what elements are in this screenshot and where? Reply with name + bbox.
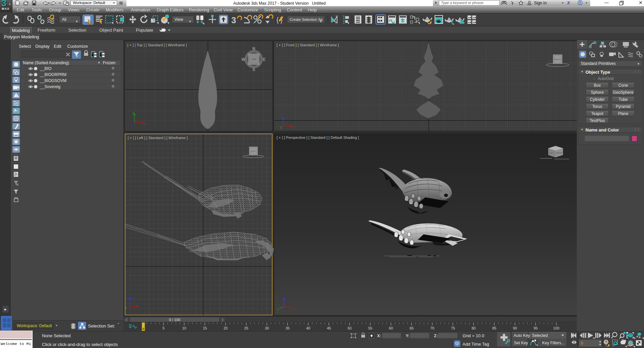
svg-text:y: y [132, 111, 134, 114]
svg-text:y: y [277, 307, 279, 311]
svg-text:TOP: TOP [251, 58, 256, 61]
svg-text:z: z [281, 114, 283, 118]
svg-text:N: N [252, 46, 255, 51]
svg-text:Add Time Tag: Add Time Tag [462, 342, 489, 347]
svg-text:X: X [567, 0, 570, 5]
svg-text:?: ? [579, 1, 581, 5]
svg-text:0: 0 [581, 341, 583, 346]
svg-text:X:: X: [377, 334, 381, 338]
svg-text:Type a keyword or phrase: Type a keyword or phrase [441, 1, 483, 5]
svg-text:55: 55 [368, 326, 372, 330]
svg-text:Sign In: Sign In [534, 1, 547, 5]
svg-text:20: 20 [224, 326, 228, 330]
svg-text:z: z [282, 295, 284, 299]
svg-text:40: 40 [306, 326, 310, 330]
svg-text:z: z [131, 122, 133, 125]
svg-text:Key Filters...: Key Filters... [542, 341, 565, 345]
svg-text:Set Key: Set Key [514, 341, 528, 345]
svg-text:30: 30 [265, 326, 269, 330]
svg-text:100: 100 [553, 326, 559, 330]
svg-text:{: { [276, 16, 279, 24]
svg-text:LEFT: LEFT [549, 152, 553, 154]
svg-text:35: 35 [285, 326, 289, 330]
svg-text:x: x [143, 122, 145, 125]
svg-text:70: 70 [430, 326, 434, 330]
svg-text:0: 0 [143, 327, 144, 331]
svg-text:Workspace: Default: Workspace: Default [73, 1, 105, 5]
svg-text:25: 25 [244, 326, 248, 330]
svg-text:45: 45 [327, 326, 331, 330]
svg-text:90: 90 [513, 326, 517, 330]
svg-text:Grid = 10.0: Grid = 10.0 [462, 333, 484, 338]
svg-text:80: 80 [472, 326, 476, 330]
svg-text:FRONT: FRONT [554, 59, 561, 61]
svg-text:FRONT: FRONT [556, 152, 563, 154]
svg-text:3: 3 [231, 15, 236, 25]
svg-text:50: 50 [348, 326, 352, 330]
svg-text:Selected: Selected [532, 333, 548, 338]
svg-text:LEFT: LEFT [251, 150, 256, 152]
svg-text:y: y [125, 306, 127, 309]
svg-text:10: 10 [182, 326, 186, 330]
svg-text:x: x [292, 125, 293, 129]
svg-text:x: x [292, 307, 294, 311]
svg-text:15: 15 [203, 326, 207, 330]
svg-text:W: W [241, 57, 245, 62]
svg-text:Y:: Y: [406, 334, 409, 338]
svg-text:60: 60 [389, 326, 393, 330]
svg-text:y: y [280, 125, 282, 129]
svg-text:85: 85 [492, 326, 496, 330]
svg-text:75: 75 [451, 326, 455, 330]
svg-text:5: 5 [162, 326, 164, 330]
svg-text:Auto Key: Auto Key [514, 333, 530, 338]
svg-text:65: 65 [409, 326, 413, 330]
svg-text:S: S [252, 67, 255, 72]
svg-text:Z:: Z: [434, 334, 438, 338]
svg-text:E: E [263, 57, 266, 62]
svg-text:95: 95 [533, 326, 537, 330]
svg-text:z: z [128, 295, 130, 298]
